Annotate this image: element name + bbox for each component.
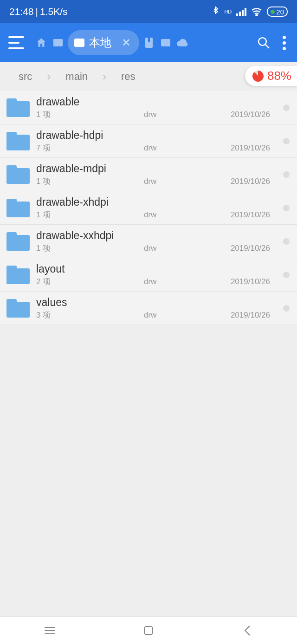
svg-rect-0 [236,13,238,16]
item-count: 1 项 [36,209,109,220]
book-icon[interactable] [159,36,173,50]
status-speed: 1.5K/s [40,6,68,17]
toolbar: 本地 ✕ [0,23,297,62]
item-count: 1 项 [36,109,79,120]
sdcard-icon [74,39,84,47]
item-perm: drw [144,277,156,286]
item-date: 2019/10/26 [231,177,270,186]
select-indicator[interactable] [283,238,290,245]
crumb-res[interactable]: res [116,71,140,83]
list-item[interactable]: drawable-xxhdpi1 项drw2019/10/26 [0,225,297,258]
bluetooth-icon [212,6,220,17]
folder-icon [6,232,30,251]
item-date: 2019/10/26 [231,311,270,320]
item-count: 2 项 [36,276,65,287]
item-date: 2019/10/26 [231,210,270,220]
signal-icon [236,7,246,16]
chevron-right-icon: › [92,70,116,83]
item-name: drawable [36,96,79,108]
svg-line-10 [265,45,269,48]
tab-local[interactable]: 本地 ✕ [68,30,139,55]
select-indicator[interactable] [283,104,290,111]
bookmark-icon[interactable] [51,36,65,50]
item-date: 2019/10/26 [231,110,270,119]
svg-point-9 [258,38,266,46]
select-indicator[interactable] [283,205,290,211]
status-bar: 21:48 | 1.5K/s HD 20 [0,0,297,23]
svg-rect-2 [242,10,244,16]
select-indicator[interactable] [283,138,290,144]
item-perm: drw [144,110,156,119]
home-button[interactable] [142,624,155,637]
select-indicator[interactable] [283,272,290,278]
recent-apps-button[interactable] [43,624,57,637]
list-item[interactable]: layout2 项drw2019/10/26 [0,258,297,292]
item-main: drawable-mdpi1 项 [36,163,106,187]
item-name: values [36,296,67,309]
storage-percent: 88% [267,69,291,83]
status-sep: | [36,6,38,17]
cloud-icon[interactable] [175,36,189,50]
battery-level: 20 [276,8,284,16]
item-date: 2019/10/26 [231,277,270,286]
item-perm: drw [144,210,156,220]
archive-icon[interactable] [142,36,156,50]
battery-icon: 20 [267,7,288,17]
pie-icon [252,71,264,82]
item-name: drawable-xxhdpi [36,229,114,242]
svg-rect-1 [239,12,241,16]
status-right: HD 20 [212,6,288,17]
item-perm: drw [144,177,156,186]
item-count: 1 项 [36,243,114,254]
crumb-main[interactable]: main [61,71,92,83]
close-tab-icon[interactable]: ✕ [122,36,131,49]
item-count: 1 项 [36,176,106,187]
select-indicator[interactable] [283,171,290,178]
list-item[interactable]: drawable-hdpi7 项drw2019/10/26 [0,124,297,158]
back-button[interactable] [240,624,254,637]
item-date: 2019/10/26 [231,244,270,253]
system-navbar [0,616,297,644]
item-main: layout2 项 [36,263,65,287]
folder-icon [6,199,30,217]
crumb-src[interactable]: src [14,71,37,83]
item-name: layout [36,263,65,275]
chevron-right-icon: › [37,70,61,83]
list-item[interactable]: drawable-xhdpi1 项drw2019/10/26 [0,191,297,225]
svg-rect-3 [245,8,246,16]
svg-rect-8 [161,39,170,46]
home-icon[interactable] [34,36,48,50]
folder-icon [6,98,30,117]
item-perm: drw [144,311,156,320]
item-perm: drw [144,143,156,153]
item-main: values3 项 [36,296,67,320]
svg-rect-5 [53,39,63,46]
item-name: drawable-mdpi [36,163,106,175]
list-item[interactable]: drawable-mdpi1 项drw2019/10/26 [0,158,297,191]
select-indicator[interactable] [283,305,290,312]
svg-point-4 [256,15,258,16]
wifi-icon [251,7,262,16]
list-item[interactable]: values3 项drw2019/10/26 [0,292,297,325]
file-list: drawable1 项drw2019/10/26drawable-hdpi7 项… [0,91,297,616]
item-name: drawable-hdpi [36,129,103,142]
hd-icon: HD [224,9,232,14]
svg-rect-14 [144,626,153,635]
more-button[interactable] [283,36,286,50]
item-main: drawable1 项 [36,96,79,120]
search-button[interactable] [257,36,271,50]
folder-icon [6,165,30,184]
menu-button[interactable] [8,36,24,49]
status-left: 21:48 | 1.5K/s [9,6,68,17]
item-perm: drw [144,244,156,253]
storage-badge[interactable]: 88% [245,66,297,86]
item-name: drawable-xhdpi [36,196,109,208]
item-count: 3 项 [36,310,67,320]
item-main: drawable-hdpi7 项 [36,129,103,153]
item-count: 7 项 [36,143,103,153]
svg-rect-7 [148,38,150,42]
item-date: 2019/10/26 [231,143,270,153]
tab-label: 本地 [89,35,111,50]
folder-icon [6,132,30,150]
list-item[interactable]: drawable1 项drw2019/10/26 [0,91,297,124]
